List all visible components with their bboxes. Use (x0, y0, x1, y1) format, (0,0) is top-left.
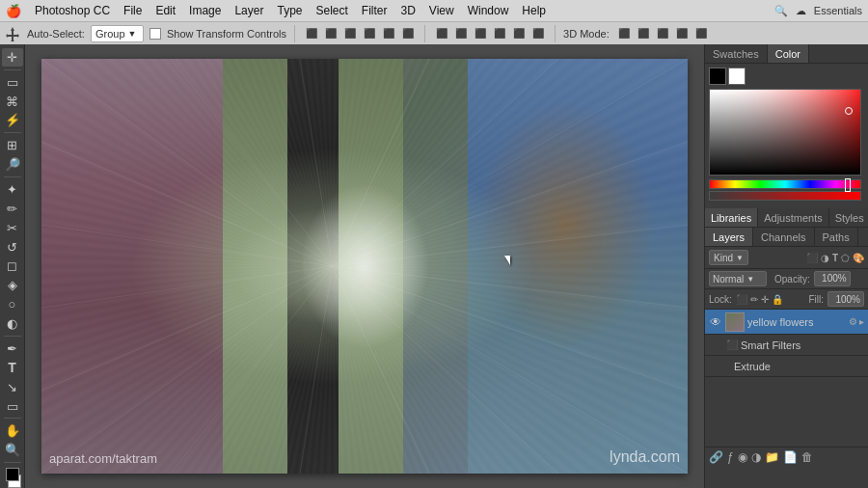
type-tool[interactable]: T (2, 359, 23, 377)
svg-line-16 (41, 266, 333, 474)
blend-mode-dropdown[interactable]: Normal ▼ (709, 271, 767, 286)
align-right-icon[interactable]: ⬛ (341, 25, 359, 42)
clone-stamp-tool[interactable]: ✂ (2, 219, 23, 237)
menu-type[interactable]: Type (271, 2, 308, 19)
tab-paths[interactable]: Paths (815, 228, 858, 246)
apple-logo[interactable]: 🍎 (6, 4, 21, 18)
fill-input[interactable]: 100% (827, 291, 864, 307)
new-layer-icon[interactable]: 📄 (783, 450, 798, 464)
blur-tool[interactable]: ○ (2, 295, 23, 313)
lock-image-icon[interactable]: ✏ (750, 294, 758, 305)
filter-type-icon[interactable]: T (832, 253, 838, 263)
menu-view[interactable]: View (423, 2, 460, 19)
align-middle-v-icon[interactable]: ⬛ (380, 25, 397, 42)
align-center-h-icon[interactable]: ⬛ (322, 25, 339, 42)
filter-kind-dropdown[interactable]: Kind ▼ (709, 250, 748, 265)
watermark-right: lynda.com (610, 448, 680, 466)
filter-shape-icon[interactable]: ⬠ (841, 253, 850, 263)
filter-smart-icon[interactable]: 🎨 (853, 253, 864, 263)
tab-libraries[interactable]: Libraries (705, 208, 758, 227)
pen-tool[interactable]: ✒ (2, 339, 23, 358)
lasso-tool[interactable]: ⌘ (2, 93, 23, 111)
path-select-tool[interactable]: ↘ (2, 378, 23, 396)
menu-filter[interactable]: Filter (356, 2, 393, 19)
svg-line-1 (41, 59, 333, 266)
tab-adjustments[interactable]: Adjustments (758, 208, 829, 227)
dodge-tool[interactable]: ◐ (2, 314, 23, 333)
distribute-5-icon[interactable]: ⬛ (510, 25, 528, 42)
tab-channels[interactable]: Channels (753, 228, 814, 246)
opacity-slider[interactable] (709, 191, 861, 201)
lock-position-icon[interactable]: ✛ (761, 294, 769, 305)
autoselect-dropdown[interactable]: Group ▼ (91, 25, 144, 42)
menu-file[interactable]: File (118, 2, 148, 19)
distribute-6-icon[interactable]: ⬛ (529, 25, 547, 42)
crop-tool[interactable]: ⊞ (2, 136, 23, 154)
quick-select-tool[interactable]: ⚡ (2, 112, 23, 130)
align-top-icon[interactable]: ⬛ (361, 25, 378, 42)
background-swatch[interactable] (728, 68, 746, 85)
new-group-icon[interactable]: 📁 (765, 450, 779, 464)
align-left-icon[interactable]: ⬛ (303, 25, 320, 42)
3d-icon-1[interactable]: ⬛ (615, 25, 633, 42)
brush-tool[interactable]: ✏ (2, 200, 23, 218)
show-transform-checkbox[interactable] (149, 28, 161, 40)
align-bottom-icon[interactable]: ⬛ (399, 25, 417, 42)
menu-photoshop-cc[interactable]: Photoshop CC (29, 2, 116, 19)
menu-layer[interactable]: Layer (229, 2, 269, 19)
menu-help[interactable]: Help (516, 2, 552, 19)
layer-link-icon[interactable]: ⚙ (849, 316, 857, 327)
tab-styles[interactable]: Styles (829, 208, 868, 227)
new-adjustment-icon[interactable]: ◑ (751, 450, 761, 464)
layer-more-icon[interactable]: ▸ (859, 316, 864, 327)
tab-swatches[interactable]: Swatches (705, 44, 768, 63)
layer-row-yellow-flowers[interactable]: 👁 yellow flowers ⚙ ▸ (705, 310, 868, 335)
distribute-4-icon[interactable]: ⬛ (491, 25, 508, 42)
tab-layers[interactable]: Layers (705, 228, 753, 246)
menu-edit[interactable]: Edit (149, 2, 181, 19)
svg-line-7 (333, 142, 689, 266)
color-spectrum[interactable] (709, 89, 861, 176)
eraser-tool[interactable]: ◻ (2, 257, 23, 275)
3d-icon-4[interactable]: ⬛ (673, 25, 691, 42)
3d-icon-2[interactable]: ⬛ (635, 25, 652, 42)
distribute-3-icon[interactable]: ⬛ (472, 25, 489, 42)
lock-transparent-icon[interactable]: ⬛ (736, 294, 747, 305)
3d-icon-5[interactable]: ⬛ (692, 25, 710, 42)
gradient-tool[interactable]: ◈ (2, 276, 23, 294)
lock-all-icon[interactable]: 🔒 (772, 294, 783, 305)
lib-panel-tabs: Libraries Adjustments Styles (705, 208, 868, 228)
layer-visibility-icon[interactable]: 👁 (709, 315, 722, 329)
eyedropper-tool[interactable]: 🔎 (2, 155, 23, 174)
menu-window[interactable]: Window (462, 2, 515, 19)
3d-icon-3[interactable]: ⬛ (654, 25, 671, 42)
add-mask-icon[interactable]: ◉ (738, 450, 747, 464)
distribute-1-icon[interactable]: ⬛ (433, 25, 450, 42)
history-brush-tool[interactable]: ↺ (2, 238, 23, 257)
filter-adjustment-icon[interactable]: ◑ (821, 253, 829, 263)
zoom-tool[interactable]: 🔍 (2, 441, 23, 459)
foreground-color[interactable] (6, 468, 19, 481)
hand-tool[interactable]: ✋ (2, 421, 23, 440)
distribute-2-icon[interactable]: ⬛ (452, 25, 470, 42)
move-tool[interactable]: ✛ (2, 48, 23, 67)
shape-tool[interactable]: ▭ (2, 397, 23, 416)
menu-3d[interactable]: 3D (395, 2, 421, 19)
foreground-swatch[interactable] (709, 68, 726, 85)
opacity-input[interactable]: 100% (814, 271, 851, 286)
add-style-icon[interactable]: ƒ (727, 450, 734, 464)
menu-image[interactable]: Image (183, 2, 227, 19)
marquee-tool[interactable]: ▭ (2, 73, 23, 92)
filter-pixel-icon[interactable]: ⬛ (806, 253, 818, 263)
canvas-image (41, 59, 688, 474)
menu-select[interactable]: Select (310, 2, 353, 19)
healing-brush-tool[interactable]: ✦ (2, 180, 23, 199)
3d-mode-label: 3D Mode: (563, 28, 610, 40)
delete-layer-icon[interactable]: 🗑 (801, 450, 813, 464)
tab-color[interactable]: Color (768, 44, 809, 63)
link-layers-icon[interactable]: 🔗 (709, 450, 723, 464)
canvas-area[interactable]: aparat.com/taktram lynda.com (25, 44, 704, 488)
search-icon[interactable]: 🔍 (774, 5, 788, 17)
essentials-label[interactable]: Essentials (814, 5, 862, 16)
hue-slider[interactable] (709, 179, 861, 189)
